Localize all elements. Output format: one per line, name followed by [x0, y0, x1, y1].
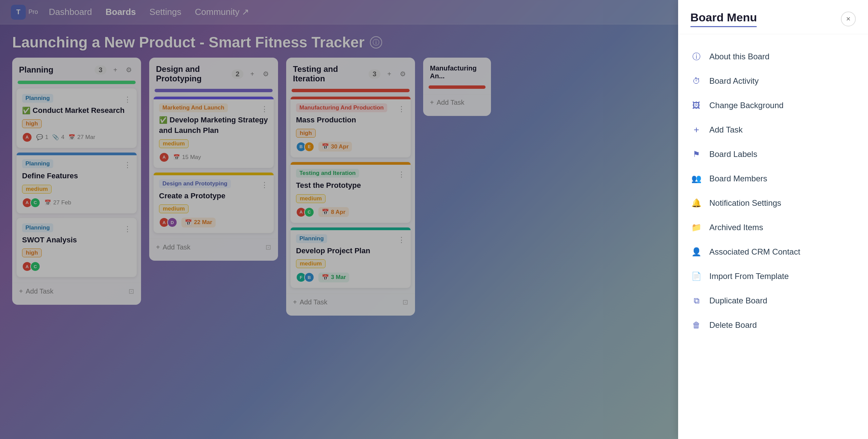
menu-item-label-crm: Associated CRM Contact: [709, 247, 800, 257]
activity-icon: ⏱: [690, 75, 703, 87]
menu-item-label-import: Import From Template: [709, 272, 789, 281]
duplicate-icon: ⧉: [690, 295, 703, 307]
menu-title-underline: [690, 26, 757, 27]
menu-item-label-delete: Delete Board: [709, 320, 757, 330]
menu-item-about[interactable]: ⓘ About this Board: [678, 44, 868, 69]
menu-title: Board Menu: [690, 11, 757, 24]
menu-close-button[interactable]: ×: [841, 12, 856, 26]
import-icon: 📄: [690, 270, 703, 282]
menu-item-labels[interactable]: ⚑ Board Labels: [678, 142, 868, 166]
archived-icon: 📁: [690, 221, 703, 234]
menu-item-background[interactable]: 🖼 Change Background: [678, 93, 868, 118]
menu-item-label-members: Board Members: [709, 174, 767, 183]
board-menu-panel: Board Menu × ⓘ About this Board ⏱ Board …: [678, 0, 868, 439]
menu-item-add-task[interactable]: + Add Task: [678, 118, 868, 142]
menu-title-block: Board Menu: [690, 11, 757, 27]
add-task-icon: +: [690, 124, 703, 136]
menu-item-label-duplicate: Duplicate Board: [709, 296, 767, 305]
menu-item-activity[interactable]: ⏱ Board Activity: [678, 69, 868, 93]
labels-icon: ⚑: [690, 148, 703, 160]
crm-icon: 👤: [690, 246, 703, 258]
menu-item-notifications[interactable]: 🔔 Notification Settings: [678, 191, 868, 215]
menu-item-label-labels: Board Labels: [709, 149, 757, 159]
menu-items-list: ⓘ About this Board ⏱ Board Activity 🖼 Ch…: [678, 41, 868, 439]
menu-divider: [678, 34, 868, 34]
menu-item-members[interactable]: 👥 Board Members: [678, 166, 868, 191]
menu-item-crm[interactable]: 👤 Associated CRM Contact: [678, 240, 868, 264]
menu-item-label-activity: Board Activity: [709, 76, 758, 86]
menu-item-archived[interactable]: 📁 Archived Items: [678, 215, 868, 240]
notifications-icon: 🔔: [690, 197, 703, 209]
menu-item-label-add-task: Add Task: [709, 125, 743, 135]
background-icon: 🖼: [690, 99, 703, 112]
menu-item-label-background: Change Background: [709, 101, 784, 110]
menu-item-duplicate[interactable]: ⧉ Duplicate Board: [678, 288, 868, 313]
delete-icon: 🗑: [690, 319, 703, 331]
about-icon: ⓘ: [690, 51, 703, 63]
menu-item-label-notifications: Notification Settings: [709, 198, 781, 208]
menu-item-delete[interactable]: 🗑 Delete Board: [678, 313, 868, 337]
menu-item-label-about: About this Board: [709, 52, 769, 61]
menu-item-label-archived: Archived Items: [709, 223, 763, 232]
members-icon: 👥: [690, 173, 703, 185]
menu-item-import[interactable]: 📄 Import From Template: [678, 264, 868, 288]
menu-header: Board Menu ×: [678, 0, 868, 27]
